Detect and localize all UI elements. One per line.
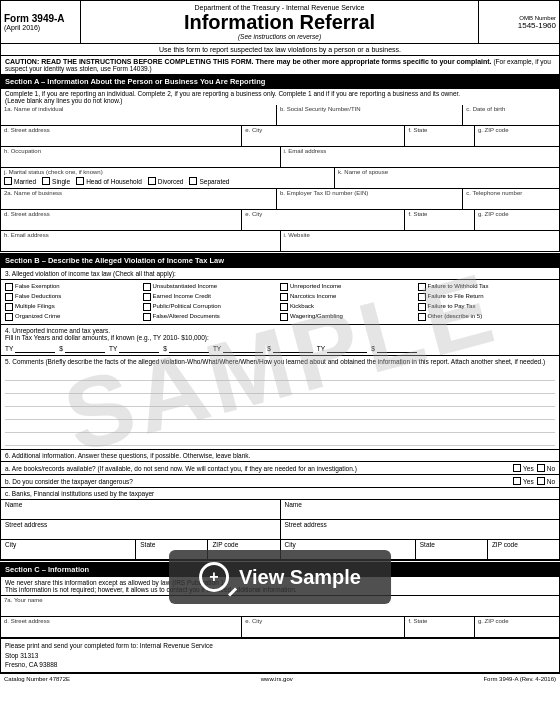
- cell-biz-state: f. State: [405, 210, 474, 230]
- checkbox-divorced[interactable]: Divorced: [148, 177, 184, 185]
- row-6b: b. Do you consider the taxpayer dangerou…: [1, 475, 559, 488]
- cell-dob: c. Date of birth: [463, 105, 559, 125]
- banks-zip-right: ZIP code: [488, 540, 559, 559]
- cell-occupation: h. Occupation: [1, 147, 281, 167]
- violation-false-altered[interactable]: False/Altered Documents: [143, 312, 281, 322]
- violation-false-deductions[interactable]: False Deductions: [5, 292, 143, 302]
- cell-ssn: b. Social Security Number/TIN: [277, 105, 463, 125]
- row-address: d. Street address e. City f. State g. ZI…: [1, 126, 559, 147]
- cell-state: f. State: [405, 126, 474, 146]
- violation-failure-file[interactable]: Failure to File Return: [418, 292, 556, 302]
- row-marital: j. Marital status (check one, if known) …: [1, 168, 559, 189]
- section-a-header: Section A – Information About the Person…: [0, 74, 560, 88]
- row-business-address: d. Street address e. City f. State g. ZI…: [1, 210, 559, 231]
- section-b-header: Section B – Describe the Alleged Violati…: [0, 253, 560, 267]
- magnifier-icon: +: [199, 562, 229, 592]
- violation-failure-pay[interactable]: Failure to Pay Tax: [418, 302, 556, 312]
- form-number: Form 3949-A: [4, 13, 77, 24]
- alleged-label: 3. Alleged violation of income tax law (…: [1, 268, 559, 280]
- banks-addr-row: Street address Street address: [1, 520, 559, 540]
- view-sample-label: View Sample: [239, 566, 361, 589]
- caution-box: CAUTION: READ THE INSTRUCTIONS BEFORE CO…: [0, 55, 560, 74]
- form-title-area: Department of the Treasury - Internal Re…: [81, 1, 479, 43]
- checkbox-single[interactable]: Single: [42, 177, 70, 185]
- banks-addr-left: Street address: [1, 520, 281, 539]
- banks-state-right: State: [416, 540, 488, 559]
- cell-email: i. Email address: [281, 147, 560, 167]
- checkbox-married[interactable]: Married: [4, 177, 36, 185]
- see-instructions: (See instructions on reverse): [84, 33, 475, 40]
- submit-section: Please print and send your completed for…: [1, 638, 559, 672]
- row-6c-label: c. Banks, Financial institutions used by…: [1, 488, 559, 500]
- cell-your-state: f. State: [405, 617, 474, 637]
- omb-area: OMB Number 1545-1960: [479, 1, 559, 43]
- violation-unreported[interactable]: Unreported Income: [280, 282, 418, 292]
- cell-phone: c. Telephone number: [463, 189, 559, 209]
- violation-failure-withhold[interactable]: Failure to Withhold Tax: [418, 282, 556, 292]
- checkbox-6a-no[interactable]: No: [537, 464, 555, 472]
- cell-ein: b. Employer Tax ID number (EIN): [277, 189, 463, 209]
- banks-name-right: Name: [281, 500, 560, 519]
- violation-false-exemption[interactable]: False Exemption: [5, 282, 143, 292]
- checkbox-6a-yes[interactable]: Yes: [513, 464, 534, 472]
- form-number-area: Form 3949-A (April 2016): [1, 1, 81, 43]
- use-this-line: Use this form to report suspected tax la…: [0, 43, 560, 55]
- banks-name-row: Name Name: [1, 500, 559, 520]
- row-biz-email: h. Email address i. Website: [1, 231, 559, 251]
- cell-1a-name: 1a. Name of individual: [1, 105, 277, 125]
- footer-form-number: Form 3949-A (Rev. 4-2016): [483, 676, 556, 682]
- dept-text: Department of the Treasury - Internal Re…: [84, 4, 475, 11]
- cell-your-zip: g. ZIP code: [475, 617, 559, 637]
- footer-website: www.irs.gov: [261, 676, 293, 682]
- row-business: 2a. Name of business b. Employer Tax ID …: [1, 189, 559, 210]
- field-6-label: 6. Additional information. Answer these …: [1, 450, 559, 462]
- violation-multiple-filings[interactable]: Multiple Filings: [5, 302, 143, 312]
- violation-narcotics[interactable]: Narcotics Income: [280, 292, 418, 302]
- violation-kickback[interactable]: Kickback: [280, 302, 418, 312]
- row-6a: a. Are books/records available? (If avai…: [1, 462, 559, 475]
- section-a-note: Complete 1, if you are reporting an indi…: [0, 88, 560, 105]
- violation-organized-crime[interactable]: Organized Crime: [5, 312, 143, 322]
- checkbox-6b-yes[interactable]: Yes: [513, 477, 534, 485]
- violation-public-political[interactable]: Public/Political Corruption: [143, 302, 281, 312]
- caution-title: CAUTION: READ THE INSTRUCTIONS BEFORE CO…: [5, 58, 492, 65]
- banks-addr-right: Street address: [281, 520, 560, 539]
- catalog-number: Catalog Number 47872E: [4, 676, 70, 682]
- cell-biz-zip: g. ZIP code: [475, 210, 559, 230]
- cell-city: e. City: [242, 126, 405, 146]
- violation-earned-income[interactable]: Earned Income Credit: [143, 292, 281, 302]
- cell-zip: g. ZIP code: [475, 126, 559, 146]
- violation-unsubstantiated[interactable]: Unsubstantiated Income: [143, 282, 281, 292]
- cell-your-street: d. Street address: [1, 617, 242, 637]
- row-1a: 1a. Name of individual b. Social Securit…: [1, 105, 559, 126]
- cell-biz-website: i. Website: [281, 231, 560, 251]
- cell-marital: j. Marital status (check one, if known) …: [1, 168, 335, 188]
- cell-spouse: k. Name of spouse: [335, 168, 559, 188]
- omb-number: 1545-1960: [518, 21, 556, 30]
- row-occ-email: h. Occupation i. Email address: [1, 147, 559, 168]
- violations-grid: False Exemption Unsubstantiated Income U…: [1, 280, 559, 325]
- form-title: Information Referral: [84, 11, 475, 33]
- section-a-fields: 1a. Name of individual b. Social Securit…: [0, 105, 560, 252]
- banks-name-left: Name: [1, 500, 281, 519]
- row-7d: d. Street address e. City f. State g. ZI…: [1, 617, 559, 638]
- comments-label: 5. Comments (Briefly describe the facts …: [5, 358, 555, 365]
- comments-section: 5. Comments (Briefly describe the facts …: [1, 356, 559, 450]
- form-date: (April 2016): [4, 24, 77, 31]
- violation-other[interactable]: Other (describe in 5): [418, 312, 556, 322]
- violation-wagering[interactable]: Wagering/Gambling: [280, 312, 418, 322]
- cell-biz-city: e. City: [242, 210, 405, 230]
- cell-biz-street: d. Street address: [1, 210, 242, 230]
- view-sample-overlay[interactable]: + View Sample: [169, 550, 391, 604]
- section-b-content: 3. Alleged violation of income tax law (…: [0, 267, 560, 561]
- cell-street: d. Street address: [1, 126, 242, 146]
- cell-your-city: e. City: [242, 617, 405, 637]
- cell-biz-email: h. Email address: [1, 231, 281, 251]
- banks-city-left: City: [1, 540, 136, 559]
- form-footer: Catalog Number 47872E www.irs.gov Form 3…: [0, 673, 560, 684]
- form-header: Form 3949-A (April 2016) Department of t…: [0, 0, 560, 43]
- tax-years-section: 4. Unreported income and tax years. Fill…: [1, 325, 559, 356]
- checkbox-head[interactable]: Head of Household: [76, 177, 142, 185]
- checkbox-6b-no[interactable]: No: [537, 477, 555, 485]
- checkbox-separated[interactable]: Separated: [189, 177, 229, 185]
